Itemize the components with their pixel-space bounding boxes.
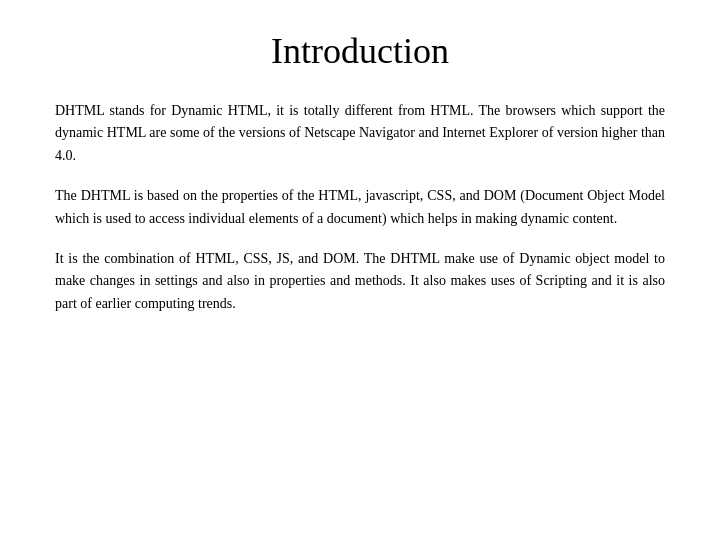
page-container: Introduction DHTML stands for Dynamic HT… <box>0 0 720 540</box>
paragraph-1-section: DHTML stands for Dynamic HTML, it is tot… <box>55 100 665 167</box>
paragraph-1: DHTML stands for Dynamic HTML, it is tot… <box>55 100 665 167</box>
paragraph-3-section: It is the combination of HTML, CSS, JS, … <box>55 248 665 315</box>
paragraph-2: The DHTML is based on the properties of … <box>55 185 665 230</box>
paragraph-2-section: The DHTML is based on the properties of … <box>55 185 665 230</box>
page-title: Introduction <box>271 30 449 72</box>
paragraph-3: It is the combination of HTML, CSS, JS, … <box>55 248 665 315</box>
